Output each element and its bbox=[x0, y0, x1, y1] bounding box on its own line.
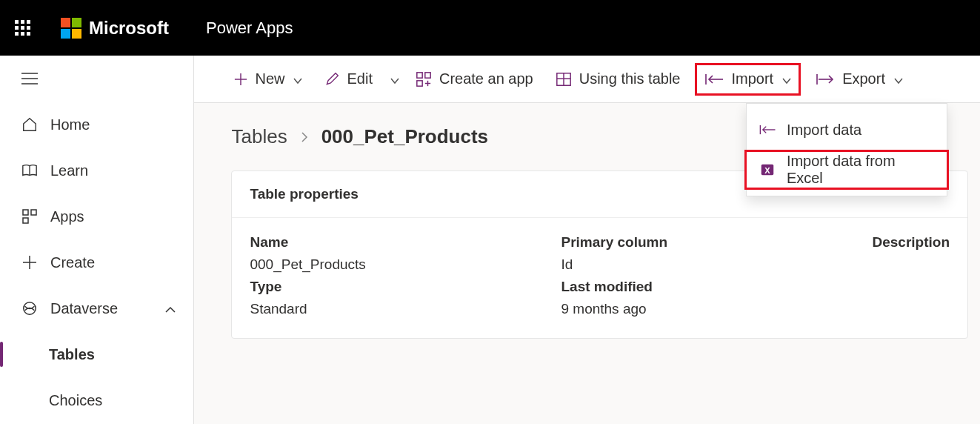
value-description bbox=[872, 256, 950, 273]
sidebar-item-home[interactable]: Home bbox=[0, 102, 193, 148]
value-last-modified: 9 months ago bbox=[561, 301, 864, 317]
sidebar-item-label: Tables bbox=[49, 346, 95, 363]
menu-item-import-excel[interactable]: X Import data from Excel bbox=[744, 150, 949, 190]
chevron-down-icon bbox=[782, 70, 791, 87]
pencil-icon bbox=[324, 72, 339, 87]
value-name: 000_Pet_Products bbox=[250, 256, 553, 273]
toolbar-label: Edit bbox=[347, 70, 372, 87]
svg-rect-4 bbox=[23, 210, 28, 215]
edit-split-button[interactable] bbox=[384, 64, 404, 94]
value-type: Standard bbox=[250, 301, 553, 317]
sidebar-item-label: Dataverse bbox=[50, 300, 118, 317]
breadcrumb-current: 000_Pet_Products bbox=[321, 125, 488, 148]
sidebar-item-label: Learn bbox=[50, 162, 88, 179]
microsoft-logo-icon bbox=[61, 18, 81, 39]
sidebar-item-learn[interactable]: Learn bbox=[0, 148, 193, 193]
menu-item-label: Import data from Excel bbox=[787, 153, 935, 187]
edit-button[interactable]: Edit bbox=[314, 64, 382, 94]
import-menu: Import data X Import data from Excel bbox=[746, 103, 947, 196]
svg-rect-12 bbox=[417, 72, 422, 77]
dataverse-icon bbox=[21, 299, 39, 317]
toolbar-label: New bbox=[255, 70, 284, 87]
grid-plus-icon bbox=[416, 71, 432, 87]
main-area: New Edit Create an app Using this table … bbox=[194, 56, 980, 424]
label-description: Description bbox=[872, 234, 950, 251]
sidebar-item-label: Create bbox=[50, 254, 95, 271]
plus-icon bbox=[21, 254, 39, 271]
top-bar: Microsoft Power Apps bbox=[0, 0, 980, 56]
sidebar-item-choices[interactable]: Choices bbox=[0, 377, 193, 423]
brand-text: Microsoft bbox=[89, 18, 169, 39]
label-primary-column: Primary column bbox=[561, 234, 864, 251]
excel-icon: X bbox=[759, 162, 776, 178]
microsoft-logo[interactable]: Microsoft bbox=[61, 18, 169, 39]
chevron-down-icon bbox=[390, 70, 399, 87]
chevron-down-icon bbox=[293, 70, 302, 87]
chevron-down-icon bbox=[894, 70, 903, 87]
new-button[interactable]: New bbox=[224, 64, 313, 94]
sidebar-item-label: Choices bbox=[49, 392, 102, 409]
toolbar-label: Export bbox=[842, 70, 885, 87]
label-last-modified: Last modified bbox=[561, 279, 864, 295]
sidebar-item-apps[interactable]: Apps bbox=[0, 193, 193, 239]
sidebar-item-label: Home bbox=[50, 116, 90, 133]
app-title: Power Apps bbox=[206, 19, 293, 38]
menu-item-import-data[interactable]: Import data bbox=[747, 110, 947, 150]
toolbar-label: Using this table bbox=[579, 70, 681, 87]
sidebar: Home Learn Apps Create Dataverse bbox=[0, 56, 194, 424]
app-launcher-icon[interactable] bbox=[15, 20, 31, 36]
plus-icon bbox=[234, 73, 247, 86]
label-type: Type bbox=[250, 279, 553, 295]
create-app-button[interactable]: Create an app bbox=[405, 64, 544, 94]
svg-rect-6 bbox=[23, 218, 28, 223]
home-icon bbox=[21, 116, 39, 133]
sidebar-item-dataverse[interactable]: Dataverse bbox=[0, 285, 193, 331]
table-icon bbox=[556, 71, 572, 87]
export-icon bbox=[816, 73, 835, 85]
using-table-button[interactable]: Using this table bbox=[545, 64, 691, 94]
toolbar-label: Import bbox=[731, 70, 773, 87]
menu-item-label: Import data bbox=[787, 122, 861, 139]
toolbar: New Edit Create an app Using this table … bbox=[194, 56, 980, 103]
chevron-right-icon bbox=[301, 125, 308, 148]
svg-rect-5 bbox=[31, 210, 36, 215]
toolbar-label: Create an app bbox=[439, 70, 533, 87]
import-icon bbox=[704, 73, 724, 85]
import-icon bbox=[759, 125, 776, 135]
sidebar-item-tables[interactable]: Tables bbox=[0, 331, 193, 377]
export-button[interactable]: Export bbox=[805, 64, 913, 94]
breadcrumb-parent[interactable]: Tables bbox=[231, 125, 287, 148]
sidebar-item-create[interactable]: Create bbox=[0, 239, 193, 285]
svg-rect-13 bbox=[417, 80, 422, 85]
svg-rect-14 bbox=[425, 72, 430, 77]
apps-icon bbox=[21, 208, 39, 225]
value-primary-column: Id bbox=[561, 256, 864, 273]
svg-text:X: X bbox=[764, 166, 770, 175]
hamburger-button[interactable] bbox=[12, 64, 47, 93]
import-button[interactable]: Import bbox=[695, 63, 801, 96]
sidebar-item-label: Apps bbox=[50, 208, 84, 225]
chevron-up-icon bbox=[165, 300, 176, 317]
book-icon bbox=[21, 162, 39, 179]
label-name: Name bbox=[250, 234, 553, 251]
